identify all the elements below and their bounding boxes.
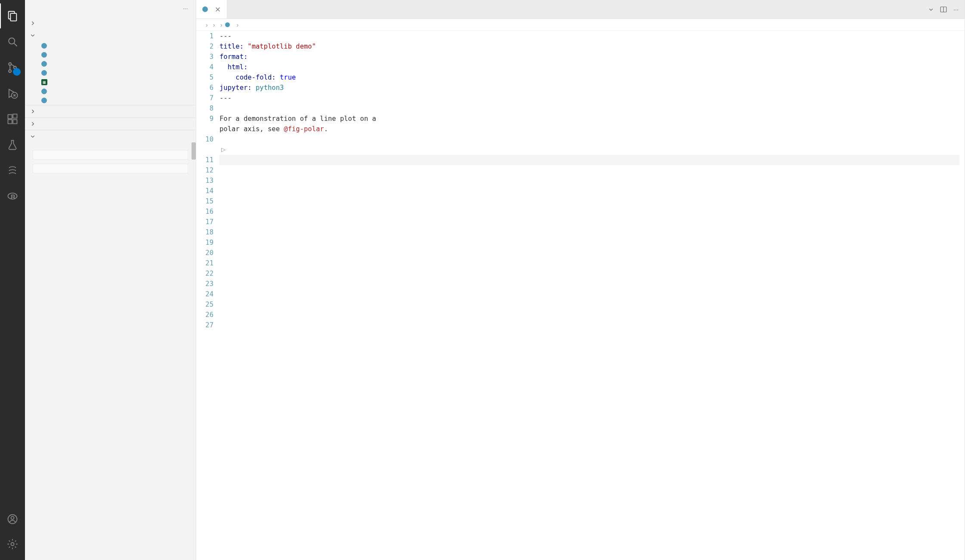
sidebar-header: ··· bbox=[25, 0, 196, 17]
svg-rect-11 bbox=[13, 120, 17, 123]
activity-settings-icon[interactable] bbox=[0, 532, 25, 557]
svg-rect-10 bbox=[8, 120, 12, 123]
sidebar: ··· ▦ bbox=[25, 0, 196, 560]
qmd-icon bbox=[202, 6, 208, 12]
svg-point-2 bbox=[9, 38, 15, 44]
file-item[interactable]: ▦ bbox=[34, 77, 196, 87]
activity-r-icon[interactable] bbox=[0, 184, 25, 209]
activity-beaker-icon[interactable] bbox=[0, 132, 25, 157]
section-open-editors[interactable] bbox=[25, 17, 196, 29]
svg-point-5 bbox=[9, 70, 11, 72]
svg-point-16 bbox=[11, 543, 14, 546]
code-editor[interactable]: 123456789 10 111213141516171819202122232… bbox=[196, 31, 965, 560]
help-signatures bbox=[33, 150, 188, 160]
qmd-icon bbox=[41, 52, 47, 58]
breadcrumbs[interactable]: › › › › bbox=[196, 19, 965, 31]
editor-more-icon[interactable]: ··· bbox=[953, 6, 959, 13]
section-project[interactable] bbox=[25, 29, 196, 41]
file-item[interactable] bbox=[34, 87, 196, 96]
svg-point-13 bbox=[8, 193, 17, 199]
file-item[interactable] bbox=[34, 68, 196, 77]
scrollbar-thumb[interactable] bbox=[192, 142, 196, 160]
activity-scm-icon[interactable] bbox=[0, 55, 25, 80]
chevron-down-icon bbox=[29, 133, 36, 140]
line-gutter: 123456789 10 111213141516171819202122232… bbox=[196, 31, 220, 560]
run-cell-codelens[interactable]: ▷ bbox=[220, 145, 959, 155]
activity-quarto-icon[interactable] bbox=[0, 158, 25, 183]
file-item[interactable] bbox=[34, 96, 196, 105]
svg-point-4 bbox=[9, 63, 11, 65]
editor-group: ··· › › › › 123456789 10 111213141516171… bbox=[196, 0, 965, 560]
section-outline[interactable] bbox=[25, 105, 196, 117]
chevron-right-icon bbox=[29, 20, 36, 27]
qmd-icon bbox=[41, 43, 47, 49]
section-quarto-help[interactable] bbox=[25, 130, 196, 142]
activity-bottom bbox=[0, 507, 25, 557]
editor-tab[interactable] bbox=[196, 0, 227, 18]
help-content[interactable] bbox=[25, 142, 196, 560]
activity-explorer-icon[interactable] bbox=[0, 3, 25, 28]
qmd-icon bbox=[225, 22, 230, 27]
editor-tab-actions: ··· bbox=[922, 0, 965, 18]
render-dropdown[interactable] bbox=[928, 7, 934, 12]
code-lines[interactable]: --- title: "matplotlib demo" format: htm… bbox=[220, 31, 965, 560]
qmd-icon bbox=[41, 89, 47, 94]
chevron-down-icon bbox=[29, 32, 36, 39]
app-root: ··· ▦ bbox=[0, 0, 965, 560]
activity-bar bbox=[0, 0, 25, 560]
svg-rect-12 bbox=[13, 114, 17, 118]
sidebar-more-icon[interactable]: ··· bbox=[183, 6, 188, 12]
help-example bbox=[33, 164, 188, 173]
svg-rect-9 bbox=[8, 115, 12, 119]
close-icon[interactable] bbox=[215, 6, 221, 12]
chevron-right-icon bbox=[29, 108, 36, 115]
split-editor-icon[interactable] bbox=[940, 6, 947, 13]
file-item[interactable] bbox=[34, 41, 196, 50]
activity-search-icon[interactable] bbox=[0, 29, 25, 54]
qmd-icon bbox=[41, 98, 47, 103]
editor-tabs: ··· bbox=[196, 0, 965, 19]
activity-run-icon[interactable] bbox=[0, 81, 25, 106]
section-timeline[interactable] bbox=[25, 117, 196, 130]
svg-rect-1 bbox=[10, 13, 16, 21]
qmd-icon bbox=[41, 61, 47, 67]
qmd-icon bbox=[41, 70, 47, 76]
activity-extensions-icon[interactable] bbox=[0, 107, 25, 132]
activity-account-icon[interactable] bbox=[0, 507, 25, 532]
svg-point-15 bbox=[11, 517, 14, 520]
spreadsheet-icon: ▦ bbox=[41, 79, 47, 85]
svg-line-3 bbox=[14, 43, 17, 46]
file-item[interactable] bbox=[34, 50, 196, 59]
file-tree: ▦ bbox=[25, 41, 196, 105]
chevron-right-icon bbox=[29, 120, 36, 127]
file-item[interactable] bbox=[34, 59, 196, 68]
scm-badge bbox=[13, 68, 21, 76]
